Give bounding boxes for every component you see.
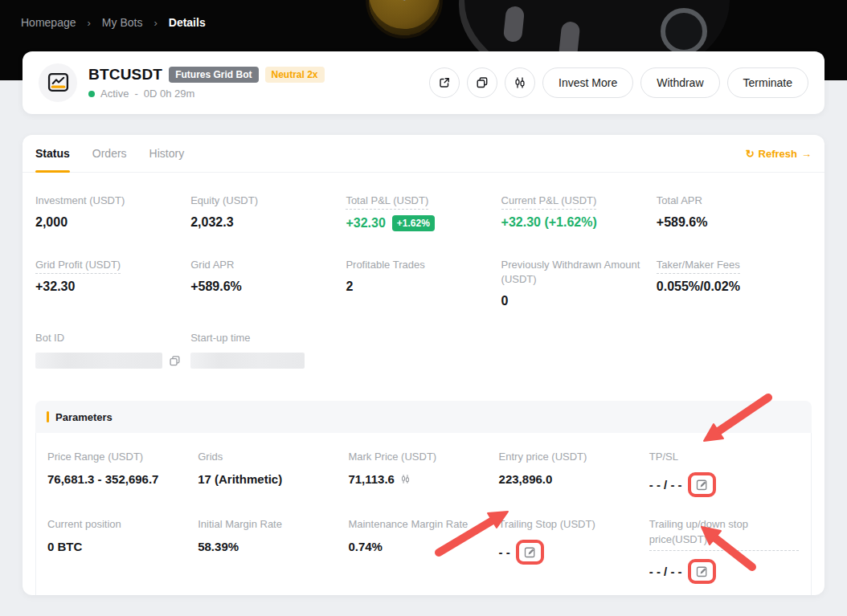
edit-icon[interactable] — [524, 546, 536, 558]
candlestick-icon[interactable] — [400, 474, 411, 484]
share-button[interactable] — [429, 67, 460, 98]
param-grids: Grids 17 (Arithmetic) — [198, 449, 348, 497]
bot-symbol: BTCUSDT — [88, 66, 162, 84]
refresh-icon: ↻ — [746, 148, 755, 160]
invest-more-button[interactable]: Invest More — [542, 67, 633, 98]
param-trailing-stop: Trailing Stop (USDT) - - — [499, 516, 649, 584]
details-panel: Status Orders History ↻ Refresh → Invest… — [23, 135, 824, 595]
param-entry-price: Entry price (USDT) 223,896.0 — [499, 449, 649, 497]
tab-status[interactable]: Status — [35, 135, 70, 172]
candlestick-icon — [514, 76, 526, 89]
stat-startup-time: Start-up time — [190, 331, 346, 369]
param-initial-margin-rate: Initial Margin Rate 58.39% — [198, 516, 348, 584]
stat-previously-withdrawn: Previously Withdrawn Amount (USDT) 0 — [501, 258, 657, 308]
stats-row-3: Bot ID Start-up time — [23, 331, 824, 369]
total-pnl-percent-badge: +1.62% — [392, 215, 435, 231]
edit-icon[interactable] — [696, 479, 708, 491]
stats-row-2: Grid Profit (USDT) +32.30 Grid APR +589.… — [23, 258, 824, 308]
coin-illustration: ✚ — [366, 0, 443, 39]
parameters-header: Parameters — [35, 401, 812, 433]
stat-total-pnl: Total P&L (USDT) +32.30 +1.62% — [346, 194, 501, 231]
bot-id-redacted-value — [35, 353, 162, 369]
tab-history[interactable]: History — [149, 135, 185, 172]
edit-icon[interactable] — [696, 565, 708, 577]
stat-current-pnl: Current P&L (USDT) +32.30 (+1.62%) — [501, 194, 657, 231]
tabs-bar: Status Orders History ↻ Refresh → — [23, 135, 824, 173]
bot-type-badge: Futures Grid Bot — [169, 67, 258, 83]
stat-profitable-trades: Profitable Trades 2 — [346, 258, 501, 308]
parameters-body: Price Range (USDT) 76,681.3 - 352,696.7 … — [35, 433, 812, 595]
param-price-range: Price Range (USDT) 76,681.3 - 352,696.7 — [47, 449, 198, 497]
bot-header-card: BTCUSDT Futures Grid Bot Neutral 2x Acti… — [23, 51, 824, 114]
param-tp-sl: TP/SL - - / - - — [649, 449, 800, 497]
param-maintenance-margin-rate: Maintenance Margin Rate 0.74% — [348, 516, 498, 584]
accent-bar — [47, 411, 49, 422]
stat-total-apr: Total APR +589.6% — [657, 194, 812, 231]
breadcrumb-homepage[interactable]: Homepage — [21, 16, 76, 29]
trailing-stop-edit-annotation-box — [516, 540, 544, 565]
stat-grid-apr: Grid APR +589.6% — [190, 258, 346, 308]
param-mark-price: Mark Price (USDT) 71,113.6 — [348, 449, 498, 497]
robot-ear — [661, 8, 707, 55]
total-pnl-value: +32.30 — [346, 216, 385, 230]
copy-icon[interactable] — [169, 355, 181, 367]
grid-bot-icon — [47, 72, 69, 94]
stats-row-1: Investment (USDT) 2,000 Equity (USDT) 2,… — [23, 194, 824, 231]
arrow-right-icon: → — [801, 148, 812, 160]
param-current-position: Current position 0 BTC — [47, 516, 198, 584]
bot-avatar — [39, 63, 77, 102]
stat-investment: Investment (USDT) 2,000 — [35, 194, 190, 231]
breadcrumb: Homepage › My Bots › Details — [21, 16, 206, 29]
leverage-badge: Neutral 2x — [265, 67, 325, 83]
breadcrumb-details: Details — [169, 16, 206, 29]
trailing-updown-edit-annotation-box — [688, 559, 716, 584]
startup-time-redacted-value — [190, 353, 305, 369]
tp-sl-edit-annotation-box — [688, 472, 716, 497]
stat-bot-id: Bot ID — [35, 331, 190, 369]
status-separator: - — [134, 88, 137, 100]
chevron-right-icon: › — [153, 17, 157, 29]
status-dot — [88, 91, 95, 97]
stat-taker-maker-fees: Taker/Maker Fees 0.055%/0.02% — [657, 258, 812, 308]
uptime-text: 0D 0h 29m — [144, 88, 195, 100]
chart-button[interactable] — [505, 67, 535, 98]
status-text: Active — [100, 88, 129, 100]
copy-bot-button[interactable] — [467, 67, 497, 98]
terminate-button[interactable]: Terminate — [727, 67, 808, 98]
parameters-section: Parameters Price Range (USDT) 76,681.3 -… — [35, 401, 812, 595]
refresh-label: Refresh — [759, 148, 797, 160]
stat-grid-profit: Grid Profit (USDT) +32.30 — [35, 258, 190, 308]
stat-equity: Equity (USDT) 2,032.3 — [190, 194, 346, 231]
external-link-icon — [438, 76, 451, 89]
parameters-title: Parameters — [55, 411, 113, 423]
param-trailing-updown: Trailing up/down stop price(USDT) - - / … — [649, 516, 800, 584]
copy-icon — [476, 76, 489, 89]
chevron-right-icon: › — [88, 17, 91, 29]
refresh-link[interactable]: ↻ Refresh → — [746, 148, 812, 160]
breadcrumb-my-bots[interactable]: My Bots — [102, 16, 143, 29]
withdraw-button[interactable]: Withdraw — [640, 67, 719, 98]
tab-orders[interactable]: Orders — [92, 135, 127, 172]
